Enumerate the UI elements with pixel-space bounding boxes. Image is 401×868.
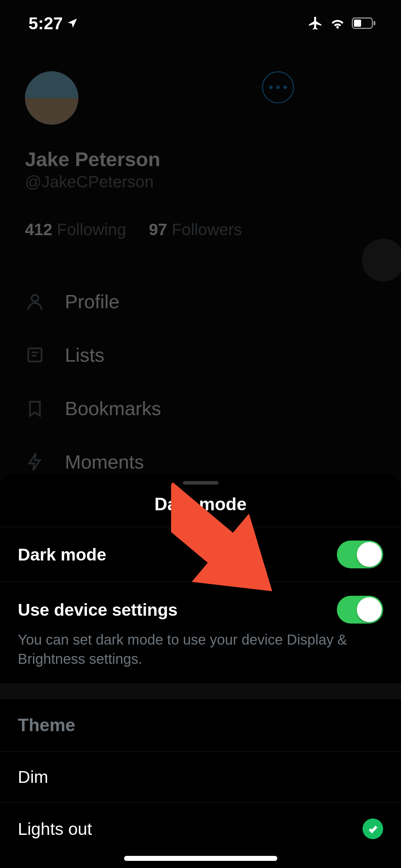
wifi-icon [330, 17, 345, 30]
person-icon [25, 291, 45, 311]
more-horizontal-icon [269, 86, 287, 89]
user-handle: @JakeCPeterson [25, 172, 312, 191]
dark-mode-row: Dark mode [0, 527, 401, 582]
home-indicator[interactable] [124, 856, 277, 861]
menu-item-bookmarks[interactable]: Bookmarks [25, 382, 312, 435]
status-icons [308, 15, 376, 31]
drawer-content: Jake Peterson @JakeCPeterson 412 Followi… [0, 57, 337, 489]
svg-rect-2 [374, 21, 375, 25]
use-device-description: You can set dark mode to use your device… [0, 630, 401, 683]
status-bar: 5:27 [0, 0, 401, 46]
menu-label: Lists [65, 344, 104, 366]
menu-label: Bookmarks [65, 397, 161, 419]
bookmark-icon [25, 398, 45, 418]
theme-label: Dim [18, 767, 48, 787]
menu-label: Profile [65, 290, 119, 312]
status-time: 5:27 [29, 14, 78, 33]
theme-section-header: Theme [0, 699, 401, 751]
battery-icon [352, 17, 376, 29]
dark-mode-toggle[interactable] [337, 541, 383, 568]
dark-mode-sheet: Dark mode Dark mode Use device settings … [0, 474, 401, 868]
use-device-label: Use device settings [18, 600, 178, 620]
following-label: Following [57, 220, 126, 239]
profile-stats: 412 Following 97 Followers [25, 220, 312, 239]
svg-point-3 [32, 295, 38, 301]
status-time-text: 5:27 [29, 14, 63, 33]
menu-label: Moments [65, 451, 144, 473]
followers-label: Followers [172, 220, 242, 239]
theme-option-lights-out[interactable]: Lights out [0, 802, 401, 855]
use-device-settings-toggle[interactable] [337, 596, 383, 624]
followers-count[interactable]: 97 [149, 220, 167, 239]
menu-item-lists[interactable]: Lists [25, 328, 312, 382]
avatar[interactable] [25, 71, 78, 125]
airplane-mode-icon [308, 15, 323, 31]
theme-label: Lights out [18, 819, 92, 839]
svg-rect-1 [354, 20, 361, 27]
toggle-knob [357, 597, 382, 622]
use-device-settings-row: Use device settings [0, 582, 401, 630]
sheet-grabber[interactable] [183, 481, 219, 485]
menu-item-profile[interactable]: Profile [25, 275, 312, 328]
theme-option-dim[interactable]: Dim [0, 751, 401, 802]
display-name: Jake Peterson [25, 148, 312, 171]
toggle-knob [357, 542, 382, 567]
section-divider [0, 683, 401, 699]
lightning-icon [25, 452, 45, 472]
drawer-menu: Profile Lists Bookmarks [25, 275, 312, 489]
sheet-title: Dark mode [0, 494, 401, 527]
more-options-button[interactable] [262, 71, 294, 103]
location-arrow-icon [66, 17, 78, 29]
checkmark-icon [363, 818, 383, 839]
following-count[interactable]: 412 [25, 220, 52, 239]
list-icon [25, 345, 45, 365]
dark-mode-label: Dark mode [18, 545, 106, 564]
partial-avatar-right [362, 239, 401, 281]
